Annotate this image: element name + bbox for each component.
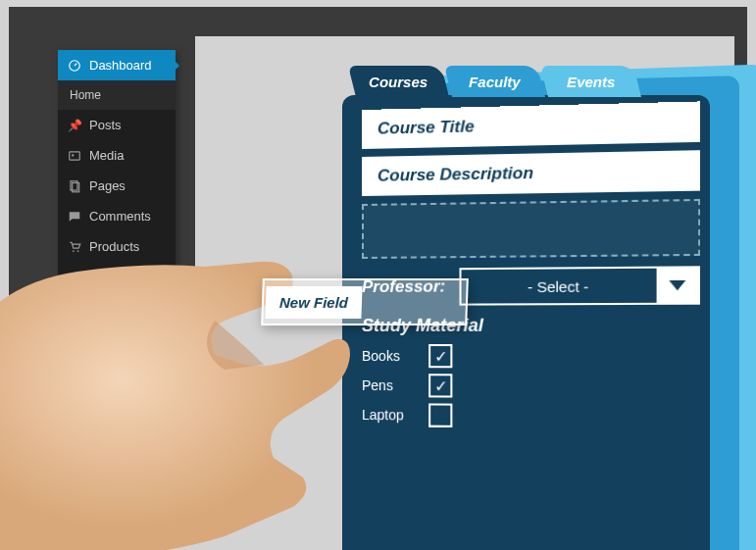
- sidebar-label: Dashboard: [89, 58, 152, 73]
- views-icon: [68, 481, 81, 495]
- svg-rect-8: [70, 452, 75, 457]
- wrench-icon: [68, 362, 81, 375]
- sidebar-item-pages[interactable]: Pages: [58, 171, 176, 201]
- plugin-icon: [68, 301, 81, 315]
- sidebar-label: Home: [70, 88, 101, 102]
- svg-rect-10: [70, 458, 75, 463]
- sidebar-item-appearance[interactable]: Appear: [58, 262, 176, 292]
- check-label: Books: [362, 348, 411, 364]
- tab-label: Events: [567, 74, 615, 90]
- svg-rect-12: [70, 483, 80, 485]
- select-caret-button[interactable]: [657, 268, 699, 302]
- sidebar-item-products[interactable]: Products: [58, 231, 176, 262]
- check-row-books: Books ✓: [362, 344, 700, 369]
- sidebar-item-media[interactable]: Media: [58, 140, 176, 171]
- sidebar-item-tools[interactable]: T: [58, 353, 176, 383]
- check-label: Pens: [362, 377, 411, 393]
- tab-courses[interactable]: Courses: [348, 66, 449, 97]
- sidebar-label: Comments: [89, 209, 151, 224]
- dragged-field[interactable]: New Field: [261, 278, 469, 325]
- brush-icon: [68, 271, 81, 284]
- sidebar-label: Use: [89, 330, 112, 345]
- sidebar-label: Pages: [89, 178, 126, 193]
- check-row-laptop: Laptop: [362, 403, 700, 429]
- field-course-title[interactable]: Course Title: [362, 101, 700, 149]
- professor-select[interactable]: - Select -: [460, 266, 701, 305]
- sidebar-item-posts[interactable]: 📌 Posts: [58, 110, 176, 140]
- drop-zone[interactable]: [362, 199, 700, 259]
- media-icon: [68, 149, 81, 163]
- checkbox-pens[interactable]: ✓: [428, 374, 452, 397]
- sidebar-item-views[interactable]: Views: [58, 473, 176, 503]
- tab-events[interactable]: Events: [540, 66, 641, 97]
- select-value: - Select -: [462, 276, 657, 295]
- checkbox-books[interactable]: ✓: [428, 344, 452, 368]
- tab-faculty[interactable]: Faculty: [444, 66, 545, 97]
- check-label: Laptop: [362, 407, 411, 423]
- user-icon: [68, 331, 81, 345]
- sidebar-label: Media: [89, 148, 124, 163]
- chevron-down-icon: [669, 280, 685, 290]
- tab-label: Faculty: [469, 74, 521, 90]
- sidebar-label: Posts: [89, 118, 122, 132]
- pages-icon: [68, 179, 81, 193]
- sidebar-item-home[interactable]: Home: [58, 80, 176, 110]
- sidebar-item-comments[interactable]: Comments: [58, 201, 176, 231]
- sidebar-item-plugins[interactable]: Plugin: [58, 292, 176, 323]
- sidebar-label: Layouts: [89, 450, 134, 465]
- cart-icon: [68, 240, 81, 254]
- dashboard-icon: [68, 59, 81, 73]
- field-course-description[interactable]: Course Description: [362, 150, 700, 196]
- layout-icon: [68, 451, 81, 465]
- sidebar-label: Views: [89, 480, 123, 495]
- sidebar-item-layouts[interactable]: Layouts: [58, 442, 176, 473]
- form-panel: Course Title Course Description Professo…: [362, 101, 700, 550]
- svg-rect-1: [70, 151, 80, 159]
- check-row-pens: Pens ✓: [362, 374, 700, 399]
- svg-point-2: [72, 154, 74, 156]
- sidebar-label: Products: [89, 239, 139, 254]
- tab-label: Courses: [369, 74, 428, 90]
- svg-point-5: [73, 250, 75, 252]
- admin-sidebar: Dashboard Home 📌 Posts Media Pages Comme…: [58, 50, 176, 503]
- svg-rect-11: [76, 458, 80, 463]
- sidebar-label: Plugin: [89, 300, 125, 315]
- svg-rect-14: [70, 490, 80, 492]
- checkbox-laptop[interactable]: [428, 403, 452, 426]
- sidebar-item-dashboard[interactable]: Dashboard: [58, 50, 176, 80]
- svg-rect-13: [70, 486, 80, 488]
- sidebar-label: Appear: [89, 270, 130, 284]
- comment-icon: [68, 210, 81, 224]
- svg-rect-9: [76, 452, 80, 457]
- app-frame: Dashboard Home 📌 Posts Media Pages Comme…: [9, 7, 747, 543]
- sidebar-item-users[interactable]: Use: [58, 323, 176, 353]
- sidebar-label: T: [89, 361, 97, 375]
- dragged-field-label: New Field: [265, 286, 362, 319]
- svg-point-6: [77, 250, 79, 252]
- pin-icon: 📌: [68, 119, 81, 132]
- svg-point-7: [73, 333, 77, 338]
